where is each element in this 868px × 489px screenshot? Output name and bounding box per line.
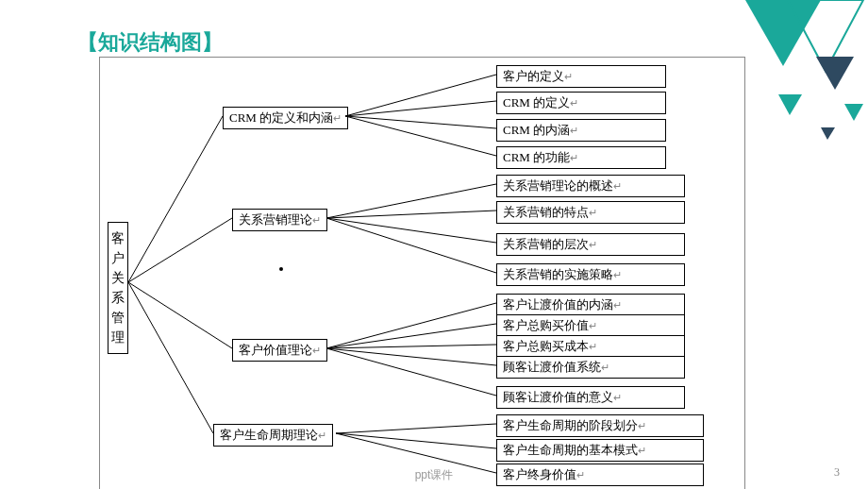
svg-marker-4 — [844, 104, 863, 121]
svg-line-9 — [128, 282, 213, 433]
svg-line-23 — [336, 424, 496, 433]
svg-line-21 — [326, 348, 496, 365]
svg-line-14 — [326, 184, 496, 218]
footer-label: ppt课件 — [0, 467, 868, 483]
svg-marker-2 — [816, 57, 854, 90]
page-number: 3 — [834, 465, 840, 480]
connector-lines — [100, 58, 746, 489]
svg-line-7 — [128, 218, 232, 282]
svg-line-22 — [326, 348, 496, 396]
svg-line-8 — [128, 282, 232, 348]
svg-marker-0 — [745, 0, 821, 66]
svg-line-10 — [345, 75, 496, 116]
diagram-container: 客 户 关 系 管 理 CRM 的定义和内涵↵ 关系营销理论↵ 客户价值理论↵ … — [99, 57, 745, 489]
svg-line-17 — [326, 218, 496, 273]
svg-line-24 — [336, 433, 496, 448]
svg-marker-3 — [778, 94, 802, 115]
svg-line-18 — [326, 303, 496, 348]
svg-line-6 — [128, 116, 223, 282]
page-title: 【知识结构图】 — [77, 28, 223, 57]
svg-marker-1 — [788, 0, 863, 71]
svg-marker-5 — [821, 127, 835, 140]
svg-line-16 — [326, 218, 496, 243]
svg-line-15 — [326, 211, 496, 218]
svg-line-11 — [345, 101, 496, 116]
